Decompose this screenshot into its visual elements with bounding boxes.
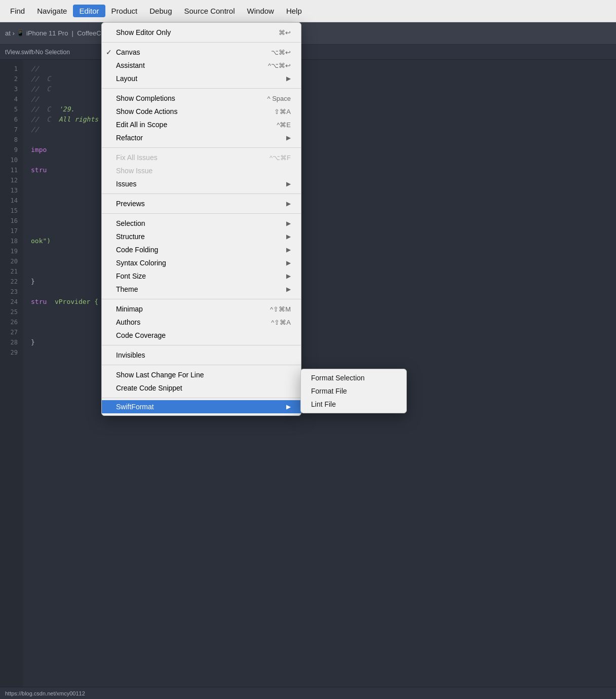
fix-all-issues-shortcut: ^⌥⌘F: [270, 154, 291, 162]
structure-label: Structure: [116, 232, 282, 241]
line-num-2: 2: [0, 74, 23, 84]
status-bar: https://blog.csdn.net/xmcy00112: [0, 687, 616, 699]
show-editor-only-item[interactable]: Show Editor Only ⌘↩: [102, 26, 301, 39]
authors-shortcut: ^⇧⌘A: [271, 319, 291, 326]
line-num-10: 10: [0, 155, 23, 165]
menu-section-3: Show Completions ^ Space Show Code Actio…: [102, 91, 301, 145]
fix-all-issues-item: Fix All Issues ^⌥⌘F: [102, 151, 301, 164]
swiftformat-label: SwiftFormat: [116, 403, 282, 411]
show-issue-label: Show Issue: [116, 167, 291, 175]
assistant-shortcut: ^⌥⌘↩: [268, 62, 291, 69]
show-completions-shortcut: ^ Space: [267, 95, 291, 102]
swiftformat-item[interactable]: SwiftFormat ▶: [102, 400, 301, 413]
menu-bar: Find Navigate Editor Product Debug Sourc…: [0, 0, 616, 22]
line-num-19: 19: [0, 246, 23, 256]
menu-debug[interactable]: Debug: [143, 5, 178, 17]
swiftformat-section: SwiftFormat ▶ Format Selection Format Fi…: [102, 400, 301, 413]
issues-label: Issues: [116, 180, 282, 188]
structure-item[interactable]: Structure ▶: [102, 230, 301, 243]
editor-selection: No Selection: [35, 49, 70, 56]
canvas-label: Canvas: [116, 48, 261, 56]
layout-label: Layout: [116, 74, 282, 83]
show-completions-item[interactable]: Show Completions ^ Space: [102, 92, 301, 105]
line-num-24: 24: [0, 297, 23, 307]
show-editor-only-label: Show Editor Only: [116, 28, 268, 36]
invisibles-item[interactable]: Invisibles: [102, 348, 301, 362]
show-last-change-item[interactable]: Show Last Change For Line: [102, 368, 301, 381]
menu-section-8: Invisibles: [102, 347, 301, 363]
assistant-container: Assistant ^⌥⌘↩: [102, 59, 301, 72]
menu-find[interactable]: Find: [4, 5, 31, 17]
font-size-label: Font Size: [116, 272, 282, 280]
line-num-18: 18: [0, 236, 23, 246]
line-num-1: 1: [0, 64, 23, 74]
line-num-11: 11: [0, 165, 23, 175]
code-folding-item[interactable]: Code Folding ▶: [102, 243, 301, 256]
menu-section-4: Fix All Issues ^⌥⌘F Show Issue Issues ▶: [102, 150, 301, 191]
previews-label: Previews: [116, 200, 282, 208]
refactor-item[interactable]: Refactor ▶: [102, 131, 301, 144]
line-num-27: 27: [0, 327, 23, 337]
canvas-shortcut: ⌥⌘↩: [271, 49, 291, 56]
format-file-item[interactable]: Format File: [301, 384, 406, 398]
canvas-item[interactable]: ✓ Canvas ⌥⌘↩: [102, 46, 301, 59]
layout-arrow: ▶: [286, 75, 291, 82]
line-num-17: 17: [0, 226, 23, 236]
editor-breadcrumb: tView.swift › No Selection: [0, 45, 616, 60]
menu-navigate[interactable]: Navigate: [31, 5, 73, 17]
format-selection-item[interactable]: Format Selection: [301, 371, 406, 384]
menu-help[interactable]: Help: [280, 5, 308, 17]
layout-item[interactable]: Layout ▶: [102, 72, 301, 85]
swiftformat-submenu[interactable]: Format Selection Format File Lint File: [300, 369, 407, 413]
structure-arrow: ▶: [286, 233, 291, 240]
divider-7: [102, 345, 301, 345]
show-issue-item: Show Issue: [102, 164, 301, 177]
menu-section-7: Minimap ^⇧⌘M Authors ^⇧⌘A Code Coverage: [102, 301, 301, 343]
authors-item[interactable]: Authors ^⇧⌘A: [102, 316, 301, 329]
lint-file-item[interactable]: Lint File: [301, 398, 406, 411]
previews-item[interactable]: Previews ▶: [102, 197, 301, 210]
edit-all-shortcut: ^⌘E: [277, 121, 291, 129]
font-size-item[interactable]: Font Size ▶: [102, 269, 301, 283]
selection-item[interactable]: Selection ▶: [102, 217, 301, 230]
show-code-actions-shortcut: ⇧⌘A: [274, 108, 291, 115]
line-num-3: 3: [0, 84, 23, 94]
editor-menu[interactable]: Show Editor Only ⌘↩ ✓ Canvas ⌥⌘↩ Assista…: [101, 22, 301, 416]
theme-item[interactable]: Theme ▶: [102, 283, 301, 296]
toolbar: at › 📱 iPhone 11 Pro | CoffeeChat | Buil…: [0, 22, 616, 45]
show-last-change-label: Show Last Change For Line: [116, 371, 291, 379]
menu-section-6: Selection ▶ Structure ▶ Code Folding ▶ S…: [102, 216, 301, 297]
line-numbers: 1 2 3 4 5 6 7 8 9 10 11 12 13 14 15 16 1…: [0, 60, 23, 687]
syntax-coloring-arrow: ▶: [286, 259, 291, 266]
minimap-item[interactable]: Minimap ^⇧⌘M: [102, 302, 301, 316]
divider-6: [102, 299, 301, 299]
fix-all-issues-label: Fix All Issues: [116, 153, 259, 162]
font-size-arrow: ▶: [286, 273, 291, 280]
edit-all-label: Edit All in Scope: [116, 121, 266, 129]
line-num-20: 20: [0, 256, 23, 266]
issues-item[interactable]: Issues ▶: [102, 177, 301, 190]
edit-all-item[interactable]: Edit All in Scope ^⌘E: [102, 118, 301, 131]
divider-1: [102, 42, 301, 43]
theme-arrow: ▶: [286, 286, 291, 293]
line-num-8: 8: [0, 135, 23, 145]
syntax-coloring-item[interactable]: Syntax Coloring ▶: [102, 256, 301, 269]
menu-editor[interactable]: Editor: [73, 5, 105, 17]
menu-source-control[interactable]: Source Control: [178, 5, 241, 17]
create-code-snippet-item[interactable]: Create Code Snippet: [102, 381, 301, 395]
menu-window[interactable]: Window: [241, 5, 280, 17]
show-code-actions-item[interactable]: Show Code Actions ⇧⌘A: [102, 105, 301, 118]
line-num-12: 12: [0, 175, 23, 185]
show-editor-only-shortcut: ⌘↩: [279, 29, 291, 36]
editor-file: tView.swift: [5, 49, 33, 56]
divider-2: [102, 88, 301, 89]
line-num-9: 9: [0, 145, 23, 155]
code-coverage-item[interactable]: Code Coverage: [102, 329, 301, 342]
menu-section-5: Previews ▶: [102, 196, 301, 211]
assistant-item[interactable]: Assistant ^⌥⌘↩: [102, 59, 301, 72]
menu-product[interactable]: Product: [105, 5, 144, 17]
canvas-container: ✓ Canvas ⌥⌘↩: [102, 46, 301, 59]
divider-4: [102, 193, 301, 194]
line-num-23: 23: [0, 287, 23, 297]
format-file-label: Format File: [311, 387, 347, 395]
